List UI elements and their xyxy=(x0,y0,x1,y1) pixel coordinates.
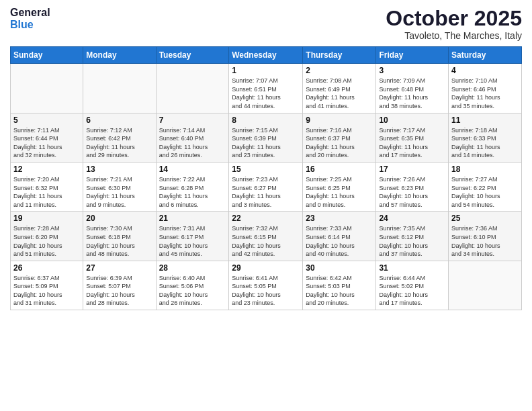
day-number: 16 xyxy=(306,165,373,174)
calendar-cell: 18Sunrise: 7:27 AMSunset: 6:22 PMDayligh… xyxy=(449,162,522,211)
day-info: Sunrise: 7:09 AMSunset: 6:48 PMDaylight:… xyxy=(379,77,445,110)
calendar-header-row: SundayMondayTuesdayWednesdayThursdayFrid… xyxy=(11,47,522,64)
day-info: Sunrise: 7:18 AMSunset: 6:33 PMDaylight:… xyxy=(451,126,519,160)
calendar-cell xyxy=(449,261,522,310)
calendar-cell xyxy=(83,64,156,113)
day-info: Sunrise: 7:16 AMSunset: 6:37 PMDaylight:… xyxy=(306,126,373,160)
day-number: 22 xyxy=(232,214,300,223)
day-info: Sunrise: 7:32 AMSunset: 6:15 PMDaylight:… xyxy=(232,224,300,258)
logo-name-text: General Blue xyxy=(10,7,50,32)
day-header-friday: Friday xyxy=(376,47,449,64)
day-number: 13 xyxy=(86,165,152,174)
day-number: 21 xyxy=(159,214,226,223)
calendar-cell: 17Sunrise: 7:26 AMSunset: 6:23 PMDayligh… xyxy=(376,162,449,211)
calendar-cell: 25Sunrise: 7:36 AMSunset: 6:10 PMDayligh… xyxy=(449,212,522,261)
logo: General Blue xyxy=(10,7,50,32)
day-number: 5 xyxy=(13,116,80,125)
day-header-thursday: Thursday xyxy=(303,47,376,64)
day-info: Sunrise: 7:35 AMSunset: 6:12 PMDaylight:… xyxy=(379,224,445,258)
day-info: Sunrise: 7:14 AMSunset: 6:40 PMDaylight:… xyxy=(159,126,226,160)
day-info: Sunrise: 7:20 AMSunset: 6:32 PMDaylight:… xyxy=(13,175,80,209)
calendar-cell: 31Sunrise: 6:44 AMSunset: 5:02 PMDayligh… xyxy=(376,261,449,310)
day-info: Sunrise: 6:37 AMSunset: 5:09 PMDaylight:… xyxy=(13,274,80,308)
calendar-week-row: 1Sunrise: 7:07 AMSunset: 6:51 PMDaylight… xyxy=(11,64,522,113)
calendar-cell: 22Sunrise: 7:32 AMSunset: 6:15 PMDayligh… xyxy=(229,212,303,261)
day-number: 3 xyxy=(379,66,445,75)
day-info: Sunrise: 7:36 AMSunset: 6:10 PMDaylight:… xyxy=(451,224,519,258)
day-number: 28 xyxy=(159,263,226,273)
calendar-week-row: 5Sunrise: 7:11 AMSunset: 6:44 PMDaylight… xyxy=(11,113,522,162)
day-number: 2 xyxy=(306,66,373,75)
calendar-cell: 4Sunrise: 7:10 AMSunset: 6:46 PMDaylight… xyxy=(449,64,522,113)
calendar-cell: 12Sunrise: 7:20 AMSunset: 6:32 PMDayligh… xyxy=(11,162,83,211)
day-info: Sunrise: 6:44 AMSunset: 5:02 PMDaylight:… xyxy=(379,274,445,308)
day-number: 12 xyxy=(13,165,80,174)
day-number: 15 xyxy=(232,165,300,174)
day-info: Sunrise: 7:25 AMSunset: 6:25 PMDaylight:… xyxy=(306,175,373,209)
day-info: Sunrise: 7:07 AMSunset: 6:51 PMDaylight:… xyxy=(232,77,300,110)
calendar-cell: 2Sunrise: 7:08 AMSunset: 6:49 PMDaylight… xyxy=(303,64,376,113)
calendar: SundayMondayTuesdayWednesdayThursdayFrid… xyxy=(10,46,522,310)
day-info: Sunrise: 7:21 AMSunset: 6:30 PMDaylight:… xyxy=(86,175,152,209)
day-info: Sunrise: 7:23 AMSunset: 6:27 PMDaylight:… xyxy=(232,175,300,209)
day-number: 19 xyxy=(13,214,80,223)
day-info: Sunrise: 7:27 AMSunset: 6:22 PMDaylight:… xyxy=(451,175,519,209)
day-info: Sunrise: 7:31 AMSunset: 6:17 PMDaylight:… xyxy=(159,224,226,258)
location-subtitle: Tavoleto, The Marches, Italy xyxy=(386,30,522,41)
day-info: Sunrise: 7:30 AMSunset: 6:18 PMDaylight:… xyxy=(86,224,152,258)
calendar-cell: 16Sunrise: 7:25 AMSunset: 6:25 PMDayligh… xyxy=(303,162,376,211)
calendar-cell: 13Sunrise: 7:21 AMSunset: 6:30 PMDayligh… xyxy=(83,162,156,211)
day-info: Sunrise: 7:22 AMSunset: 6:28 PMDaylight:… xyxy=(159,175,226,209)
calendar-cell: 19Sunrise: 7:28 AMSunset: 6:20 PMDayligh… xyxy=(11,212,83,261)
day-info: Sunrise: 6:40 AMSunset: 5:06 PMDaylight:… xyxy=(159,274,226,308)
calendar-cell: 8Sunrise: 7:15 AMSunset: 6:39 PMDaylight… xyxy=(229,113,303,162)
calendar-cell xyxy=(11,64,83,113)
day-info: Sunrise: 7:17 AMSunset: 6:35 PMDaylight:… xyxy=(379,126,445,160)
day-number: 24 xyxy=(379,214,445,223)
day-number: 23 xyxy=(306,214,373,223)
day-number: 20 xyxy=(86,214,152,223)
day-number: 29 xyxy=(232,263,300,273)
day-info: Sunrise: 7:33 AMSunset: 6:14 PMDaylight:… xyxy=(306,224,373,258)
day-number: 11 xyxy=(451,116,519,125)
calendar-cell: 14Sunrise: 7:22 AMSunset: 6:28 PMDayligh… xyxy=(156,162,229,211)
calendar-cell xyxy=(156,64,229,113)
calendar-cell: 5Sunrise: 7:11 AMSunset: 6:44 PMDaylight… xyxy=(11,113,83,162)
day-info: Sunrise: 7:11 AMSunset: 6:44 PMDaylight:… xyxy=(13,126,80,160)
day-number: 31 xyxy=(379,263,445,273)
day-number: 10 xyxy=(379,116,445,125)
day-number: 7 xyxy=(159,116,226,125)
day-info: Sunrise: 7:12 AMSunset: 6:42 PMDaylight:… xyxy=(86,126,152,160)
calendar-cell: 11Sunrise: 7:18 AMSunset: 6:33 PMDayligh… xyxy=(449,113,522,162)
day-number: 17 xyxy=(379,165,445,174)
calendar-week-row: 19Sunrise: 7:28 AMSunset: 6:20 PMDayligh… xyxy=(11,212,522,261)
day-number: 9 xyxy=(306,116,373,125)
calendar-cell: 9Sunrise: 7:16 AMSunset: 6:37 PMDaylight… xyxy=(303,113,376,162)
calendar-cell: 1Sunrise: 7:07 AMSunset: 6:51 PMDaylight… xyxy=(229,64,303,113)
day-info: Sunrise: 6:41 AMSunset: 5:05 PMDaylight:… xyxy=(232,274,300,308)
page: General Blue October 2025 Tavoleto, The … xyxy=(0,0,532,411)
calendar-cell: 23Sunrise: 7:33 AMSunset: 6:14 PMDayligh… xyxy=(303,212,376,261)
calendar-cell: 10Sunrise: 7:17 AMSunset: 6:35 PMDayligh… xyxy=(376,113,449,162)
day-number: 26 xyxy=(13,263,80,273)
calendar-cell: 7Sunrise: 7:14 AMSunset: 6:40 PMDaylight… xyxy=(156,113,229,162)
calendar-cell: 24Sunrise: 7:35 AMSunset: 6:12 PMDayligh… xyxy=(376,212,449,261)
calendar-cell: 27Sunrise: 6:39 AMSunset: 5:07 PMDayligh… xyxy=(83,261,156,310)
header: General Blue October 2025 Tavoleto, The … xyxy=(10,7,522,41)
day-number: 8 xyxy=(232,116,300,125)
day-number: 25 xyxy=(451,214,519,223)
day-number: 18 xyxy=(451,165,519,174)
day-info: Sunrise: 7:08 AMSunset: 6:49 PMDaylight:… xyxy=(306,77,373,110)
calendar-cell: 28Sunrise: 6:40 AMSunset: 5:06 PMDayligh… xyxy=(156,261,229,310)
day-header-saturday: Saturday xyxy=(449,47,522,64)
day-header-sunday: Sunday xyxy=(11,47,83,64)
day-number: 6 xyxy=(86,116,152,125)
calendar-week-row: 26Sunrise: 6:37 AMSunset: 5:09 PMDayligh… xyxy=(11,261,522,310)
day-number: 1 xyxy=(232,66,300,75)
calendar-cell: 3Sunrise: 7:09 AMSunset: 6:48 PMDaylight… xyxy=(376,64,449,113)
calendar-cell: 29Sunrise: 6:41 AMSunset: 5:05 PMDayligh… xyxy=(229,261,303,310)
calendar-cell: 26Sunrise: 6:37 AMSunset: 5:09 PMDayligh… xyxy=(11,261,83,310)
day-info: Sunrise: 7:26 AMSunset: 6:23 PMDaylight:… xyxy=(379,175,445,209)
day-number: 14 xyxy=(159,165,226,174)
day-header-tuesday: Tuesday xyxy=(156,47,229,64)
